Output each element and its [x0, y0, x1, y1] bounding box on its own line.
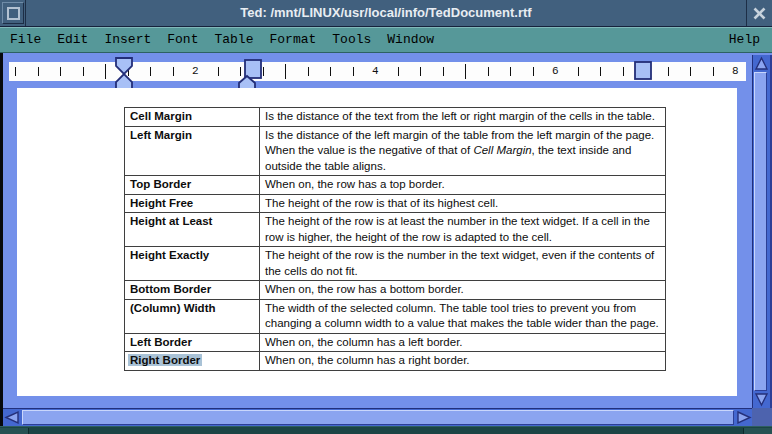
selected-text: Right Border — [128, 354, 202, 366]
term-cell: Left Margin — [125, 126, 260, 176]
horizontal-scrollbar[interactable] — [3, 408, 752, 426]
table-row: Bottom BorderWhen on, the row has a bott… — [125, 281, 666, 300]
window-menu-icon — [7, 7, 20, 20]
description-cell: The height of the row is at least the nu… — [260, 213, 666, 247]
term-cell: Cell Margin — [125, 108, 260, 127]
document-table: Cell MarginIs the distance of the text f… — [124, 107, 666, 371]
term-cell: (Column) Width — [125, 299, 260, 333]
description-cell: Is the distance of the text from the lef… — [260, 108, 666, 127]
term-cell: Top Border — [125, 176, 260, 195]
right-indent-marker[interactable] — [635, 62, 651, 79]
menu-item-help[interactable]: Help — [729, 28, 760, 52]
table-row: Height at LeastThe height of the row is … — [125, 213, 666, 247]
window-menu-button[interactable] — [2, 2, 24, 24]
menu-item-insert[interactable]: Insert — [104, 28, 151, 52]
table-row: Right BorderWhen on, the column has a ri… — [125, 352, 666, 371]
table-row: (Column) WidthThe width of the selected … — [125, 299, 666, 333]
description-cell: When on, the row has a bottom border. — [260, 281, 666, 300]
description-cell: Is the distance of the left margin of th… — [260, 126, 666, 176]
description-cell: The height of the row is that of its hig… — [260, 194, 666, 213]
titlebar-divider-right — [746, 0, 747, 26]
scrollbar-corner — [752, 408, 772, 426]
term-cell: Height Free — [125, 194, 260, 213]
description-cell: When on, the row has a top border. — [260, 176, 666, 195]
menu-bar-items: FileEditInsertFontTableFormatToolsWindow — [10, 28, 434, 52]
menu-bar: FileEditInsertFontTableFormatToolsWindow… — [0, 27, 772, 53]
window-title: Ted: /mnt/LINUX/usr/local/info/TedDocume… — [30, 0, 742, 26]
horizontal-scroll-thumb[interactable] — [22, 410, 734, 425]
table-row: Height ExactlyThe height of the row is t… — [125, 247, 666, 281]
scroll-down-icon[interactable] — [754, 392, 769, 407]
menu-item-file[interactable]: File — [10, 28, 41, 52]
resize-handle-right[interactable] — [743, 428, 772, 434]
table-row: Left MarginIs the distance of the left m… — [125, 126, 666, 176]
title-bar[interactable]: Ted: /mnt/LINUX/usr/local/info/TedDocume… — [0, 0, 772, 27]
scroll-up-icon[interactable] — [754, 56, 769, 71]
vertical-scroll-thumb[interactable] — [754, 72, 767, 391]
table-row: Top BorderWhen on, the row has a top bor… — [125, 176, 666, 195]
menu-item-format[interactable]: Format — [269, 28, 316, 52]
term-cell: Height at Least — [125, 213, 260, 247]
menu-item-edit[interactable]: Edit — [57, 28, 88, 52]
window-left-edge — [0, 53, 3, 426]
term-cell: Right Border — [125, 352, 260, 371]
titlebar-divider-left — [25, 0, 26, 26]
description-cell: When on, the column has a right border. — [260, 352, 666, 371]
first-line-indent-marker[interactable] — [116, 58, 132, 74]
term-cell: Left Border — [125, 333, 260, 352]
window-bottom-frame — [0, 426, 772, 434]
close-icon — [753, 7, 766, 20]
resize-handle-left[interactable] — [0, 428, 29, 434]
table-row: Cell MarginIs the distance of the text f… — [125, 108, 666, 127]
menu-item-window[interactable]: Window — [387, 28, 434, 52]
term-cell: Bottom Border — [125, 281, 260, 300]
description-cell: When on, the column has a left border. — [260, 333, 666, 352]
close-button[interactable] — [748, 2, 770, 24]
menu-item-table[interactable]: Table — [214, 28, 253, 52]
ted-window: Ted: /mnt/LINUX/usr/local/info/TedDocume… — [0, 0, 772, 434]
menu-item-tools[interactable]: Tools — [332, 28, 371, 52]
document-page[interactable]: Cell MarginIs the distance of the text f… — [17, 88, 737, 396]
description-cell: The width of the selected column. The ta… — [260, 299, 666, 333]
vertical-scrollbar[interactable] — [752, 55, 772, 408]
term-cell: Height Exactly — [125, 247, 260, 281]
table-row: Height FreeThe height of the row is that… — [125, 194, 666, 213]
scroll-left-icon[interactable] — [4, 410, 20, 425]
description-cell: The height of the row is the number in t… — [260, 247, 666, 281]
scroll-right-icon[interactable] — [736, 410, 752, 425]
menu-item-font[interactable]: Font — [167, 28, 198, 52]
table-row: Left BorderWhen on, the column has a lef… — [125, 333, 666, 352]
